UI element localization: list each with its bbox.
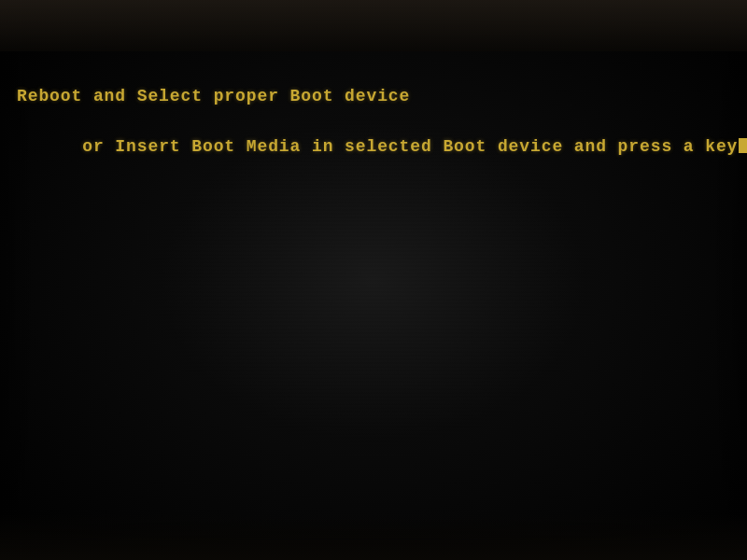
bios-line-1: Reboot and Select proper Boot device	[17, 84, 747, 109]
bios-message-area: Reboot and Select proper Boot device or …	[17, 84, 747, 185]
bios-line-2: or Insert Boot Media in selected Boot de…	[17, 109, 747, 185]
bios-screen: Reboot and Select proper Boot device or …	[0, 0, 747, 560]
monitor-top-bezel	[0, 0, 747, 51]
text-cursor	[739, 138, 747, 153]
monitor-bottom-bezel	[0, 513, 747, 560]
